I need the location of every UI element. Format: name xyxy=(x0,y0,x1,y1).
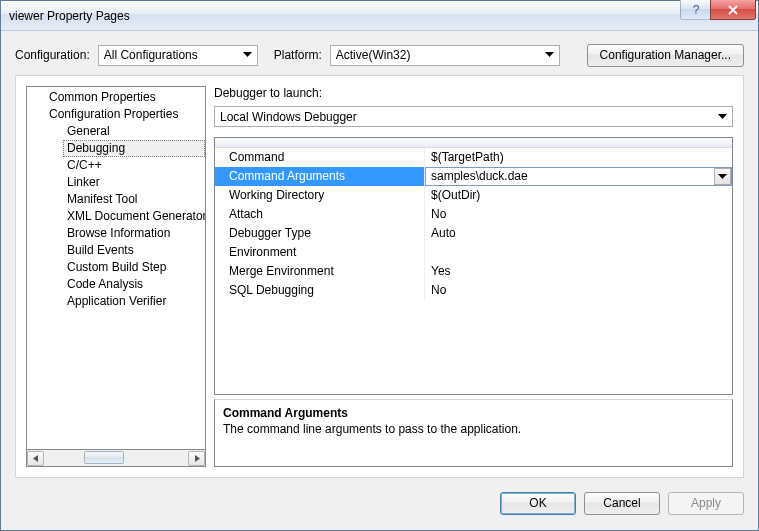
grid-header xyxy=(215,138,732,148)
ok-button[interactable]: OK xyxy=(500,492,576,515)
configuration-value: All Configurations xyxy=(104,48,198,62)
svg-text:?: ? xyxy=(692,4,699,16)
configuration-manager-button[interactable]: Configuration Manager... xyxy=(587,44,744,67)
tree-horizontal-scrollbar[interactable] xyxy=(26,450,206,467)
scroll-left-button[interactable] xyxy=(27,451,44,466)
tree-item[interactable]: Debugging xyxy=(63,140,205,157)
description-title: Command Arguments xyxy=(223,406,724,420)
tree-item[interactable]: Manifest Tool xyxy=(63,191,205,208)
dropdown-button[interactable] xyxy=(714,168,731,185)
property-name: Environment xyxy=(215,243,425,262)
platform-label: Platform: xyxy=(274,48,322,62)
property-pages-dialog: viewer Property Pages ? Configuration: A… xyxy=(0,0,759,531)
property-value[interactable]: $(TargetPath) xyxy=(425,148,732,167)
property-row[interactable]: Command Argumentssamples\duck.dae xyxy=(215,167,732,186)
property-row[interactable]: Environment xyxy=(215,243,732,262)
property-name: Working Directory xyxy=(215,186,425,205)
tree-item[interactable]: C/C++ xyxy=(63,157,205,174)
tree-item[interactable]: Build Events xyxy=(63,242,205,259)
property-value[interactable]: $(OutDir) xyxy=(425,186,732,205)
description-text: The command line arguments to pass to th… xyxy=(223,422,724,436)
dialog-footer: OK Cancel Apply xyxy=(1,486,758,530)
grid-body: Command$(TargetPath)Command Argumentssam… xyxy=(215,148,732,394)
tree-item[interactable]: General xyxy=(63,123,205,140)
property-name: SQL Debugging xyxy=(215,281,425,300)
window-buttons: ? xyxy=(680,1,758,30)
property-grid: Command$(TargetPath)Command Argumentssam… xyxy=(214,137,733,395)
properties-pane: Debugger to launch: Local Windows Debugg… xyxy=(214,86,733,467)
property-row[interactable]: Debugger TypeAuto xyxy=(215,224,732,243)
titlebar[interactable]: viewer Property Pages ? xyxy=(1,1,758,31)
configuration-label: Configuration: xyxy=(15,48,90,62)
chevron-down-icon xyxy=(542,47,557,64)
tree-item[interactable]: Linker xyxy=(63,174,205,191)
property-row[interactable]: Merge EnvironmentYes xyxy=(215,262,732,281)
property-row[interactable]: Command$(TargetPath) xyxy=(215,148,732,167)
platform-combo[interactable]: Active(Win32) xyxy=(330,45,560,66)
property-value[interactable]: Auto xyxy=(425,224,732,243)
property-name: Debugger Type xyxy=(215,224,425,243)
close-button[interactable] xyxy=(710,0,756,20)
debugger-to-launch-label: Debugger to launch: xyxy=(214,86,733,102)
tree-item[interactable]: Browse Information xyxy=(63,225,205,242)
main-area: Common PropertiesConfiguration Propertie… xyxy=(15,75,744,478)
property-name: Command xyxy=(215,148,425,167)
property-value[interactable]: No xyxy=(425,205,732,224)
description-pane: Command Arguments The command line argum… xyxy=(214,399,733,467)
configuration-combo[interactable]: All Configurations xyxy=(98,45,258,66)
tree-item[interactable]: XML Document Generator xyxy=(63,208,205,225)
tree-item[interactable]: Common Properties xyxy=(45,89,205,106)
window-title: viewer Property Pages xyxy=(9,9,680,23)
property-name: Merge Environment xyxy=(215,262,425,281)
property-name: Attach xyxy=(215,205,425,224)
property-row[interactable]: AttachNo xyxy=(215,205,732,224)
apply-button[interactable]: Apply xyxy=(668,492,744,515)
chevron-down-icon xyxy=(240,47,255,64)
cancel-button[interactable]: Cancel xyxy=(584,492,660,515)
scroll-track[interactable] xyxy=(44,451,188,466)
property-row[interactable]: SQL DebuggingNo xyxy=(215,281,732,300)
scroll-thumb[interactable] xyxy=(84,451,124,464)
tree-item[interactable]: Code Analysis xyxy=(63,276,205,293)
property-value[interactable]: Yes xyxy=(425,262,732,281)
property-value[interactable]: samples\duck.dae xyxy=(425,167,732,186)
tree-item[interactable]: Application Verifier xyxy=(63,293,205,310)
tree-item[interactable]: Custom Build Step xyxy=(63,259,205,276)
property-row[interactable]: Working Directory$(OutDir) xyxy=(215,186,732,205)
platform-value: Active(Win32) xyxy=(336,48,411,62)
scroll-right-button[interactable] xyxy=(188,451,205,466)
debugger-combo[interactable]: Local Windows Debugger xyxy=(214,106,733,127)
chevron-down-icon xyxy=(715,108,730,125)
tree-pane: Common PropertiesConfiguration Propertie… xyxy=(26,86,206,467)
property-name: Command Arguments xyxy=(215,167,425,186)
tree-item[interactable]: Configuration Properties xyxy=(45,106,205,123)
nav-tree[interactable]: Common PropertiesConfiguration Propertie… xyxy=(26,86,206,450)
help-button[interactable]: ? xyxy=(680,0,710,20)
property-value[interactable] xyxy=(425,243,732,262)
configuration-bar: Configuration: All Configurations Platfo… xyxy=(1,31,758,75)
debugger-value: Local Windows Debugger xyxy=(220,110,357,124)
property-value[interactable]: No xyxy=(425,281,732,300)
